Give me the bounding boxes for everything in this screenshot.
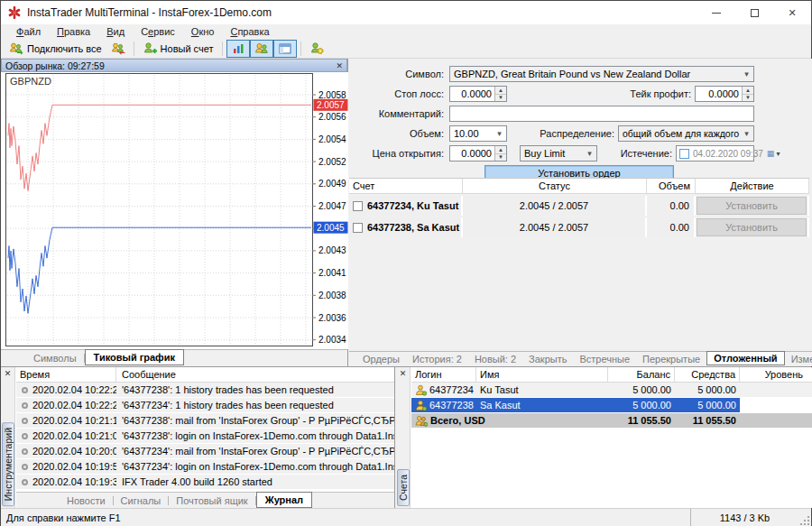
account-row[interactable]: 64377238Sa Kasut5 000.005 000.00 xyxy=(411,398,812,413)
trade-tab-7[interactable]: Отложенный xyxy=(706,351,784,365)
people-connect-icon xyxy=(9,42,23,56)
menu-item-4[interactable]: Сервис xyxy=(133,26,183,37)
journal-time: 2020.02.04 10:20:0... xyxy=(32,446,116,457)
expiry-checkbox[interactable] xyxy=(679,149,689,159)
tick-chart[interactable]: 2.00582.00562.00542.00522.00492.00472.00… xyxy=(1,72,348,349)
new-account-button[interactable]: Новый счет xyxy=(138,40,218,58)
trade-tab-5[interactable]: Встречные xyxy=(573,353,636,365)
journal-row[interactable]: 2020.02.04 10:22:2...'64377238': 1 histo… xyxy=(16,383,394,398)
toolbox-vertical-tab[interactable]: Инструментарий xyxy=(2,422,14,506)
journal-tab-1[interactable]: Новости xyxy=(60,494,113,507)
status-traffic: 1143 / 3 Kb xyxy=(690,509,798,526)
menu-item-1[interactable]: Файл xyxy=(8,26,49,37)
spinner-arrows-icon[interactable]: ▲▼ xyxy=(494,146,506,161)
col-header-1: Логин xyxy=(411,367,476,382)
minimize-button[interactable] xyxy=(697,1,735,24)
disconnect-all-button[interactable] xyxy=(106,40,130,58)
status-bar: Для справки нажмите F1 1143 / 3 Kb xyxy=(1,508,811,526)
order-type-value: Buy Limit xyxy=(521,148,583,159)
maximize-button[interactable] xyxy=(735,1,773,24)
trade-tab-8[interactable]: Изменить xyxy=(785,353,812,365)
account-checkbox[interactable] xyxy=(353,223,363,233)
toolbox-close-icon[interactable]: ✕ xyxy=(5,369,12,378)
trade-tab-4[interactable]: Закрыть xyxy=(522,353,573,365)
set-order-button[interactable]: Установить xyxy=(697,197,807,215)
resize-grip[interactable] xyxy=(798,509,811,526)
journal-row[interactable]: 2020.02.04 10:21:0...'64377238': login o… xyxy=(16,429,394,444)
set-order-button[interactable]: Установить xyxy=(697,218,807,236)
svg-text:2.0043: 2.0043 xyxy=(318,245,346,255)
account-row[interactable]: 64377234Ku Tasut5 000.005 000.00 xyxy=(411,383,812,398)
stop-loss-input[interactable]: 0.0000 ▲▼ xyxy=(449,86,507,102)
svg-text:2.0049: 2.0049 xyxy=(318,179,346,189)
journal-message: '64377234': login on InstaForex-1Demo.co… xyxy=(116,461,394,472)
col-header-status: Статус xyxy=(463,179,647,193)
symbol-select[interactable]: GBPNZD, Great Britain Pound vs New Zeala… xyxy=(449,66,754,82)
svg-text:2.0058: 2.0058 xyxy=(318,90,346,100)
accounts-close-icon[interactable]: ✕ xyxy=(400,369,407,378)
journal-tab-4[interactable]: Журнал xyxy=(256,492,312,508)
accounts-panel: ✕ Счета ЛогинИмяБалансСредстваУровень643… xyxy=(396,367,812,508)
market-watch-tab-2[interactable]: Тиковый график xyxy=(85,349,184,365)
volume-select[interactable]: 10.00 ▾ xyxy=(449,125,507,142)
menu-item-6[interactable]: Справка xyxy=(222,26,277,37)
comment-input[interactable] xyxy=(449,106,754,122)
journal-message: '64377238': login on InstaForex-1Demo.co… xyxy=(116,430,394,441)
order-type-select[interactable]: Buy Limit ▾ xyxy=(520,145,597,161)
accounts-toggle[interactable] xyxy=(250,40,273,58)
spinner-arrows-icon[interactable]: ▲▼ xyxy=(494,87,506,101)
symbol-label: Символ: xyxy=(349,66,444,82)
order-table-row[interactable]: 64377234, Ku Tasut2.0045 / 2.00570.00Уст… xyxy=(349,196,809,216)
terminal-toggle[interactable] xyxy=(273,40,297,58)
distribution-label: Распределение: xyxy=(503,125,614,142)
journal-row[interactable]: 2020.02.04 10:19:3...IFX Trader 4.00 bui… xyxy=(16,475,394,490)
col-header-time: Время xyxy=(16,367,116,382)
journal-tab-2[interactable]: Сигналы xyxy=(114,494,169,507)
journal-bullet-icon xyxy=(16,387,32,393)
trade-tab-1[interactable]: Ордеры xyxy=(356,353,406,365)
trade-tab-6[interactable]: Перекрытые xyxy=(636,353,706,365)
menu-item-2[interactable]: Правка xyxy=(49,26,98,37)
menu-item-3[interactable]: Вид xyxy=(98,26,133,37)
close-button[interactable]: ✕ xyxy=(773,1,811,24)
market-watch-tab-1[interactable]: Символы xyxy=(26,352,84,365)
open-price-input[interactable]: 0.0000 ▲▼ xyxy=(449,145,507,161)
distribution-select[interactable]: общий объем для каждого ордера ▾ xyxy=(618,125,754,142)
accounts-vertical-tab[interactable]: Счета xyxy=(397,469,410,506)
account-checkbox[interactable] xyxy=(353,201,363,211)
window-panel-icon xyxy=(278,42,292,56)
total-equity-cell: 11 055.50 xyxy=(675,413,740,428)
total-label-cell: Всего, USD xyxy=(411,413,608,428)
journal-row[interactable]: 2020.02.04 10:20:0...'64377234': mail fr… xyxy=(16,444,394,459)
market-watch-toggle[interactable] xyxy=(226,40,250,58)
journal-row[interactable]: 2020.02.04 10:21:1...'64377238': mail fr… xyxy=(16,413,394,429)
spinner-arrows-icon[interactable]: ▲▼ xyxy=(742,87,753,101)
journal-time: 2020.02.04 10:22:2... xyxy=(32,384,116,395)
person-plus-icon xyxy=(143,42,157,56)
stop-loss-value: 0.0000 xyxy=(450,88,494,99)
trade-tab-2[interactable]: История: 2 xyxy=(406,353,468,365)
order-action-cell: Установить xyxy=(696,217,809,237)
trade-tab-3[interactable]: Новый: 2 xyxy=(468,353,522,365)
col-header-message: Сообщение xyxy=(116,369,394,380)
expiry-datepicker[interactable]: 04.02.2020 09:37 ▦▾ xyxy=(676,145,754,161)
toolbox-strip: ✕ Инструментарий xyxy=(1,367,15,508)
order-table-row[interactable]: 64377238, Sa Kasut2.0045 / 2.00570.00Уст… xyxy=(349,217,809,237)
account-settings-button[interactable] xyxy=(305,40,328,58)
account-login: 64377238 xyxy=(429,400,474,411)
symbol-value: GBPNZD, Great Britain Pound vs New Zeala… xyxy=(450,69,740,79)
market-watch-panel: Обзор рынка: 09:27:59 ✕ 2.00582.00562.00… xyxy=(1,59,348,366)
calendar-icon[interactable]: ▦▾ xyxy=(767,149,783,158)
journal-row[interactable]: 2020.02.04 10:19:5...'64377234': login o… xyxy=(16,459,394,475)
journal-row[interactable]: 2020.02.04 10:22:2...'64377234': 1 histo… xyxy=(16,398,394,413)
menu-bar: ФайлПравкаВидСервисОкноСправка xyxy=(1,24,811,39)
col-header-2: Имя xyxy=(476,367,608,382)
menu-item-5[interactable]: Окно xyxy=(183,26,223,37)
expiry-value: 04.02.2020 09:37 xyxy=(693,149,763,159)
market-watch-close-icon[interactable]: ✕ xyxy=(336,61,343,70)
journal-tab-3[interactable]: Почтовый ящик xyxy=(169,494,254,507)
connect-all-button[interactable]: Подключить все xyxy=(5,40,106,58)
chevron-down-icon: ▾ xyxy=(740,67,753,81)
distribution-value: общий объем для каждого ордера xyxy=(619,128,740,139)
take-profit-input[interactable]: 0.0000 ▲▼ xyxy=(695,86,754,102)
